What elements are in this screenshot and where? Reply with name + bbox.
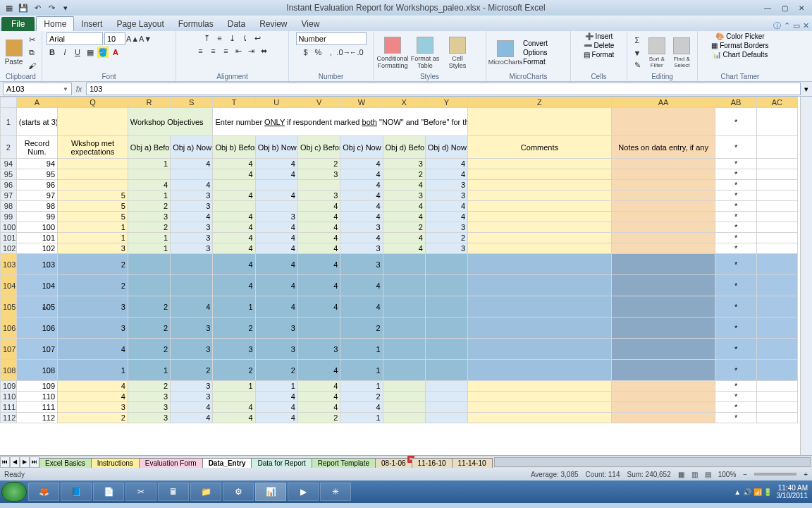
minimize-button[interactable]: — xyxy=(760,2,775,13)
taskbar-folder[interactable]: 📁 xyxy=(190,483,221,501)
mc-options[interactable]: Options xyxy=(523,49,548,56)
sheet-tab-11-16-10[interactable]: 11-16-10 xyxy=(412,458,453,468)
ribbon-restore-icon[interactable]: ▭ xyxy=(793,21,800,30)
row-header-97[interactable]: 97 xyxy=(1,190,17,201)
row-header-100[interactable]: 100 xyxy=(1,222,17,233)
mc-convert[interactable]: Convert xyxy=(523,40,548,47)
merge-icon[interactable]: ⬌ xyxy=(259,45,270,56)
col-header-Y[interactable]: Y xyxy=(425,97,467,108)
undo-icon[interactable]: ↶ xyxy=(31,1,44,14)
tab-nav-prev[interactable]: ◀ xyxy=(10,456,20,468)
row-header-106[interactable]: 106 xyxy=(1,318,17,339)
tab-nav-next[interactable]: ▶ xyxy=(20,456,30,468)
file-tab[interactable]: File xyxy=(1,17,35,31)
sheet-tab-Instructions[interactable]: Instructions xyxy=(91,458,140,468)
indent-inc-icon[interactable]: ⇥ xyxy=(246,45,257,56)
zoom-out-icon[interactable]: − xyxy=(743,471,747,478)
clear-icon[interactable]: ✎ xyxy=(632,60,643,71)
bold-button[interactable]: B xyxy=(47,47,58,58)
row-header-112[interactable]: 112 xyxy=(1,413,17,423)
align-top-icon[interactable]: ⤒ xyxy=(202,32,213,44)
row-header-105[interactable]: 105 xyxy=(1,296,17,318)
fx-icon[interactable]: fx xyxy=(72,85,86,93)
formula-input[interactable]: 103 xyxy=(86,83,801,95)
row-header-2[interactable]: 2 xyxy=(1,136,17,159)
cells-insert[interactable]: ➕ Insert xyxy=(585,32,613,40)
find-select-button[interactable]: Find & Select xyxy=(671,37,694,68)
currency-icon[interactable]: $ xyxy=(300,47,312,58)
horizontal-scrollbar[interactable] xyxy=(494,457,811,467)
name-box[interactable]: A103▼ xyxy=(3,83,72,95)
indent-dec-icon[interactable]: ⇤ xyxy=(233,45,245,56)
autosum-icon[interactable]: Σ xyxy=(632,35,643,46)
row-header-99[interactable]: 99 xyxy=(1,212,17,222)
format-painter-icon[interactable]: 🖌 xyxy=(26,60,37,71)
col-header-S[interactable]: S xyxy=(171,97,213,108)
row-header-108[interactable]: 108 xyxy=(1,360,17,381)
col-header-AC[interactable]: AC xyxy=(756,97,797,108)
copy-icon[interactable]: ⧉ xyxy=(26,47,37,59)
start-button[interactable] xyxy=(1,482,27,502)
sort-filter-button[interactable]: Sort & Filter xyxy=(646,37,668,68)
number-format-select[interactable] xyxy=(296,32,367,45)
zoom-in-icon[interactable]: + xyxy=(804,471,808,478)
align-bottom-icon[interactable]: ⤓ xyxy=(227,32,238,44)
tab-view[interactable]: View xyxy=(295,17,327,31)
col-header-T[interactable]: T xyxy=(213,97,255,108)
ribbon-close-icon[interactable]: ✕ xyxy=(803,21,809,30)
underline-button[interactable]: U xyxy=(72,47,83,58)
format-borders[interactable]: ▦ Format Borders xyxy=(711,42,768,49)
inc-decimal-icon[interactable]: .0→ xyxy=(338,47,350,58)
tray-icons[interactable]: ▲ 🔊 📶 🔋 xyxy=(734,488,772,496)
col-header-U[interactable]: U xyxy=(255,97,297,108)
taskbar-snip[interactable]: ✂ xyxy=(125,483,156,501)
mc-format[interactable]: Format xyxy=(523,58,548,66)
sheet-tab-Data_Entry[interactable]: Data_Entry xyxy=(202,458,252,468)
select-all-corner[interactable] xyxy=(1,97,17,108)
microcharts-button[interactable]: MicroCharts xyxy=(491,40,520,66)
tab-formulas[interactable]: Formulas xyxy=(171,17,221,31)
col-header-Z[interactable]: Z xyxy=(468,97,612,108)
taskbar-excel[interactable]: 📊 xyxy=(255,483,286,501)
comma-icon[interactable]: , xyxy=(326,47,337,58)
tab-page-layout[interactable]: Page Layout xyxy=(109,17,171,31)
ribbon-min-icon[interactable]: ⌃ xyxy=(784,21,790,30)
row-header-109[interactable]: 109 xyxy=(1,381,17,392)
tab-nav-first[interactable]: ⏮ xyxy=(0,456,10,468)
close-button[interactable]: ✕ xyxy=(794,2,809,13)
view-layout-icon[interactable]: ▥ xyxy=(691,471,698,478)
shrink-font-icon[interactable]: A▼ xyxy=(140,33,151,44)
col-header-AB[interactable]: AB xyxy=(715,97,756,108)
format-as-table-button[interactable]: Format as Table xyxy=(410,37,440,69)
sheet-tab-08-1-06[interactable]: 08-1-06✕ xyxy=(375,458,412,468)
row-header-107[interactable]: 107 xyxy=(1,339,17,360)
row-header-95[interactable]: 95 xyxy=(1,169,17,180)
row-header-102[interactable]: 102 xyxy=(1,243,17,254)
save-icon[interactable]: 💾 xyxy=(17,1,30,14)
redo-icon[interactable]: ↷ xyxy=(45,1,58,14)
sheet-tab-Data for Report[interactable]: Data for Report xyxy=(251,458,312,468)
borders-icon[interactable]: ▦ xyxy=(85,47,96,58)
align-center-icon[interactable]: ≡ xyxy=(208,45,219,56)
zoom-level[interactable]: 100% xyxy=(718,471,737,478)
col-header-V[interactable]: V xyxy=(297,97,340,108)
row-header-110[interactable]: 110 xyxy=(1,392,17,402)
qat-more-icon[interactable]: ▾ xyxy=(59,1,72,14)
col-header-W[interactable]: W xyxy=(340,97,383,108)
font-color-icon[interactable]: A xyxy=(110,47,121,58)
orientation-icon[interactable]: ⤹ xyxy=(240,32,251,44)
taskbar-app7[interactable]: ⚙ xyxy=(223,483,254,501)
taskbar-firefox[interactable]: 🦊 xyxy=(28,483,59,501)
col-header-AA[interactable]: AA xyxy=(611,97,715,108)
fill-icon[interactable]: ▼ xyxy=(632,47,643,59)
align-right-icon[interactable]: ≡ xyxy=(221,45,232,56)
font-name-select[interactable] xyxy=(47,32,103,45)
sheet-tab-Report Template[interactable]: Report Template xyxy=(312,458,376,468)
taskbar-app2[interactable]: 📘 xyxy=(61,483,92,501)
align-middle-icon[interactable]: ≡ xyxy=(214,32,226,44)
zoom-slider[interactable] xyxy=(754,473,796,476)
italic-button[interactable]: I xyxy=(59,47,70,58)
conditional-formatting-button[interactable]: Conditional Formatting xyxy=(378,37,407,69)
percent-icon[interactable]: % xyxy=(313,47,324,58)
row-header-96[interactable]: 96 xyxy=(1,180,17,190)
